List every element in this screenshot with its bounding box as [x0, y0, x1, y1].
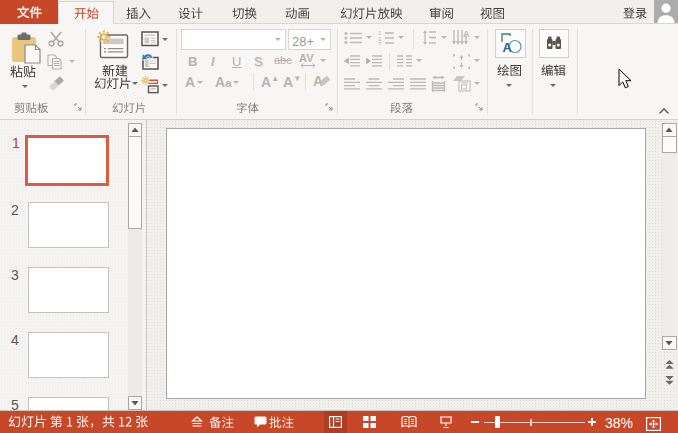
- svg-text:AV: AV: [299, 53, 314, 64]
- svg-text:A: A: [463, 30, 470, 39]
- svg-text:A: A: [503, 40, 513, 55]
- svg-text:3: 3: [378, 41, 382, 45]
